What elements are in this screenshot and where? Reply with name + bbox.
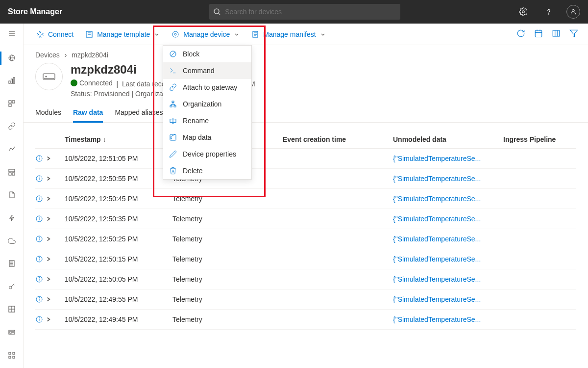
nav-device-groups[interactable]	[4, 97, 20, 111]
chevron-right-icon[interactable]	[45, 256, 52, 263]
connect-button[interactable]: Connect	[33, 28, 76, 40]
info-icon[interactable]	[35, 235, 43, 243]
cell-type: Telemetry	[172, 235, 283, 243]
search-box[interactable]	[209, 4, 400, 20]
chevron-right-icon[interactable]	[45, 276, 52, 283]
dropdown-attach[interactable]: Attach to gateway	[163, 79, 251, 96]
table-row[interactable]: 10/5/2022, 12:51:05 PM Telemetry {"Simul…	[35, 149, 576, 169]
nav-list[interactable]	[4, 257, 20, 271]
svg-point-65	[39, 197, 39, 197]
calendar-button[interactable]	[534, 29, 543, 39]
svg-point-83	[39, 317, 39, 318]
svg-rect-50	[553, 30, 560, 36]
table-row[interactable]: 10/5/2022, 12:50:45 PM Telemetry {"Simul…	[35, 189, 576, 209]
table-row[interactable]: 10/5/2022, 12:50:05 PM Telemetry {"Simul…	[35, 269, 576, 289]
dropdown-organization[interactable]: Organization	[163, 96, 251, 112]
table-row[interactable]: 10/5/2022, 12:50:15 PM Telemetry {"Simul…	[35, 249, 576, 269]
search-input[interactable]	[225, 8, 396, 16]
dropdown-delete[interactable]: Delete	[163, 162, 251, 179]
filter-button[interactable]	[569, 29, 578, 39]
list-icon	[8, 260, 16, 267]
manage-device-button[interactable]: Manage device	[169, 28, 243, 40]
tab-modules[interactable]: Modules	[35, 104, 61, 122]
columns-button[interactable]	[552, 29, 561, 39]
dropdown-rename[interactable]: Rename	[163, 112, 251, 129]
chevron-right-icon[interactable]	[45, 195, 52, 202]
cell-unmodeled[interactable]: {"SimulatedTemperatureSe...	[393, 175, 503, 183]
svg-point-77	[39, 277, 39, 278]
dropdown-device-properties[interactable]: Device properties	[163, 146, 251, 162]
table-row[interactable]: 10/5/2022, 12:50:55 PM Telemetry {"Simul…	[35, 169, 576, 189]
settings-button[interactable]	[515, 4, 531, 20]
info-icon[interactable]	[35, 295, 43, 303]
nav-panel[interactable]	[4, 165, 20, 179]
col-timestamp[interactable]: Timestamp↓	[65, 135, 172, 143]
info-icon[interactable]	[35, 315, 43, 323]
info-icon[interactable]	[35, 255, 43, 263]
breadcrumb-current: mzpkdz804i	[72, 51, 108, 59]
manage-manifest-button[interactable]: Manage manifest	[248, 28, 328, 40]
nav-apps[interactable]	[4, 348, 20, 362]
line-chart-icon	[8, 145, 16, 153]
nav-line[interactable]	[4, 142, 20, 157]
chevron-right-icon[interactable]	[45, 236, 52, 242]
help-button[interactable]	[541, 4, 557, 20]
nav-toggle[interactable]	[4, 27, 20, 42]
cell-unmodeled[interactable]: {"SimulatedTemperatureSe...	[393, 315, 503, 323]
tab-raw-data[interactable]: Raw data	[73, 104, 103, 123]
tab-mapped-aliases[interactable]: Mapped aliases	[115, 104, 163, 122]
gear-icon	[519, 7, 528, 16]
dropdown-command[interactable]: Command	[163, 62, 251, 79]
chevron-right-icon[interactable]	[45, 155, 52, 162]
nav-templates[interactable]	[4, 325, 20, 340]
table-row[interactable]: 10/5/2022, 12:50:35 PM Telemetry {"Simul…	[35, 209, 576, 229]
manage-device-label: Manage device	[183, 30, 230, 38]
nav-layout[interactable]	[4, 302, 20, 316]
manage-template-button[interactable]: Manage template	[82, 28, 163, 40]
apps-icon	[8, 351, 16, 359]
svg-point-4	[572, 9, 575, 12]
col-event-creation[interactable]: Event creation time	[283, 135, 393, 143]
table-row[interactable]: 10/5/2022, 12:50:25 PM Telemetry {"Simul…	[35, 229, 576, 249]
calendar-icon	[534, 29, 543, 38]
refresh-button[interactable]	[516, 29, 525, 39]
svg-rect-46	[535, 30, 542, 37]
rename-icon	[169, 117, 177, 125]
col-unmodeled[interactable]: Unmodeled data	[393, 135, 503, 143]
nav-analytics[interactable]	[4, 74, 20, 88]
cell-unmodeled[interactable]: {"SimulatedTemperatureSe...	[393, 215, 503, 223]
nav-export[interactable]	[4, 188, 20, 202]
link-icon	[8, 122, 16, 130]
col-ingress[interactable]: Ingress Pipeline	[503, 135, 588, 143]
cell-unmodeled[interactable]: {"SimulatedTemperatureSe...	[393, 235, 503, 243]
manage-device-dropdown: Block Command Attach to gateway Organiza…	[163, 45, 252, 180]
cell-unmodeled[interactable]: {"SimulatedTemperatureSe...	[393, 255, 503, 263]
info-icon[interactable]	[35, 275, 43, 283]
nav-lightning[interactable]	[4, 211, 20, 225]
chevron-right-icon[interactable]	[45, 296, 52, 303]
chevron-right-icon[interactable]	[45, 175, 52, 182]
breadcrumb-root[interactable]: Devices	[35, 51, 60, 59]
svg-rect-16	[9, 104, 11, 106]
key-icon	[8, 283, 16, 290]
info-icon[interactable]	[35, 175, 43, 183]
info-icon[interactable]	[35, 195, 43, 203]
nav-dashboard[interactable]	[4, 51, 20, 65]
info-icon[interactable]	[35, 215, 43, 223]
dropdown-map-data[interactable]: Map data	[163, 129, 251, 146]
dropdown-block[interactable]: Block	[163, 46, 251, 62]
cell-unmodeled[interactable]: {"SimulatedTemperatureSe...	[393, 155, 503, 162]
cell-unmodeled[interactable]: {"SimulatedTemperatureSe...	[393, 195, 503, 203]
cell-unmodeled[interactable]: {"SimulatedTemperatureSe...	[393, 275, 503, 283]
nav-key[interactable]	[4, 280, 20, 294]
table-row[interactable]: 10/5/2022, 12:49:45 PM Telemetry {"Simul…	[35, 310, 576, 330]
svg-line-1	[219, 13, 220, 15]
table-row[interactable]: 10/5/2022, 12:49:55 PM Telemetry {"Simul…	[35, 289, 576, 310]
nav-cloud[interactable]	[4, 234, 20, 248]
info-icon[interactable]	[35, 155, 43, 162]
cell-unmodeled[interactable]: {"SimulatedTemperatureSe...	[393, 295, 503, 303]
chevron-right-icon[interactable]	[45, 316, 52, 323]
chevron-right-icon[interactable]	[45, 215, 52, 222]
nav-chain[interactable]	[4, 119, 20, 133]
avatar[interactable]	[566, 5, 580, 19]
